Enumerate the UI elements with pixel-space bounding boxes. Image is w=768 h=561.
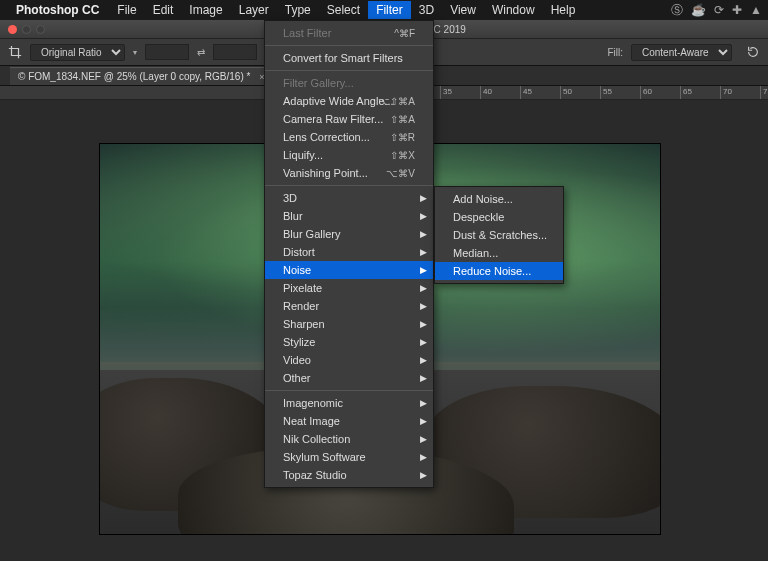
menu-view[interactable]: View [442,1,484,19]
filter-last: Last Filter^⌘F [265,24,433,42]
filter-liquify[interactable]: Liquify...⇧⌘X [265,146,433,164]
filter-distort[interactable]: Distort▶ [265,243,433,261]
crop-height-input[interactable] [213,44,257,60]
filter-nik-collection[interactable]: Nik Collection▶ [265,430,433,448]
noise-reduce[interactable]: Reduce Noise... [435,262,563,280]
app-name[interactable]: Photoshop CC [16,3,99,17]
fill-label: Fill: [607,47,623,58]
menu-filter[interactable]: Filter [368,1,411,19]
crop-width-input[interactable] [145,44,189,60]
filter-other[interactable]: Other▶ [265,369,433,387]
filter-adaptive-wide-angle[interactable]: Adaptive Wide Angle...⌥⇧⌘A [265,92,433,110]
filter-skylum[interactable]: Skylum Software▶ [265,448,433,466]
minimize-window-icon[interactable] [22,25,31,34]
plus-icon[interactable]: ✚ [732,3,742,17]
mac-menubar: Photoshop CC File Edit Image Layer Type … [0,0,768,20]
menu-edit[interactable]: Edit [145,1,182,19]
aspect-ratio-select[interactable]: Original Ratio [30,44,125,61]
filter-lens-correction[interactable]: Lens Correction...⇧⌘R [265,128,433,146]
filter-sharpen[interactable]: Sharpen▶ [265,315,433,333]
filter-menu: Last Filter^⌘F Convert for Smart Filters… [264,20,434,488]
reset-icon[interactable] [746,45,760,59]
menu-window[interactable]: Window [484,1,543,19]
sync-icon[interactable]: ⟳ [714,3,724,17]
zoom-window-icon[interactable] [36,25,45,34]
filter-render[interactable]: Render▶ [265,297,433,315]
noise-add[interactable]: Add Noise... [435,190,563,208]
close-window-icon[interactable] [8,25,17,34]
noise-median[interactable]: Median... [435,244,563,262]
filter-blur-gallery[interactable]: Blur Gallery▶ [265,225,433,243]
menubar-status: Ⓢ ☕ ⟳ ✚ ▲ [671,2,762,19]
menu-image[interactable]: Image [181,1,230,19]
filter-gallery: Filter Gallery... [265,74,433,92]
noise-submenu: Add Noise... Despeckle Dust & Scratches.… [434,186,564,284]
filter-noise[interactable]: Noise▶ [265,261,433,279]
coffee-icon[interactable]: ☕ [691,3,706,17]
menu-3d[interactable]: 3D [411,1,442,19]
crop-tool-icon[interactable] [8,45,22,59]
noise-dust-scratches[interactable]: Dust & Scratches... [435,226,563,244]
menu-layer[interactable]: Layer [231,1,277,19]
filter-vanishing-point[interactable]: Vanishing Point...⌥⌘V [265,164,433,182]
ratio-chevron-icon[interactable]: ▾ [133,48,137,57]
menu-select[interactable]: Select [319,1,368,19]
menu-help[interactable]: Help [543,1,584,19]
filter-convert-smart[interactable]: Convert for Smart Filters [265,49,433,67]
filter-blur[interactable]: Blur▶ [265,207,433,225]
noise-despeckle[interactable]: Despeckle [435,208,563,226]
document-tab[interactable]: © FOM_1834.NEF @ 25% (Layer 0 copy, RGB/… [10,67,272,85]
filter-topaz[interactable]: Topaz Studio▶ [265,466,433,484]
swap-dimensions-icon[interactable]: ⇄ [197,47,205,58]
menu-file[interactable]: File [109,1,144,19]
filter-stylize[interactable]: Stylize▶ [265,333,433,351]
filter-video[interactable]: Video▶ [265,351,433,369]
filter-imagenomic[interactable]: Imagenomic▶ [265,394,433,412]
filter-pixelate[interactable]: Pixelate▶ [265,279,433,297]
skype-icon[interactable]: Ⓢ [671,2,683,19]
filter-neat-image[interactable]: Neat Image▶ [265,412,433,430]
filter-camera-raw[interactable]: Camera Raw Filter...⇧⌘A [265,110,433,128]
filter-3d[interactable]: 3D▶ [265,189,433,207]
triangle-icon[interactable]: ▲ [750,3,762,17]
fill-select[interactable]: Content-Aware [631,44,732,61]
menu-type[interactable]: Type [277,1,319,19]
document-tab-label: © FOM_1834.NEF @ 25% (Layer 0 copy, RGB/… [18,71,250,82]
